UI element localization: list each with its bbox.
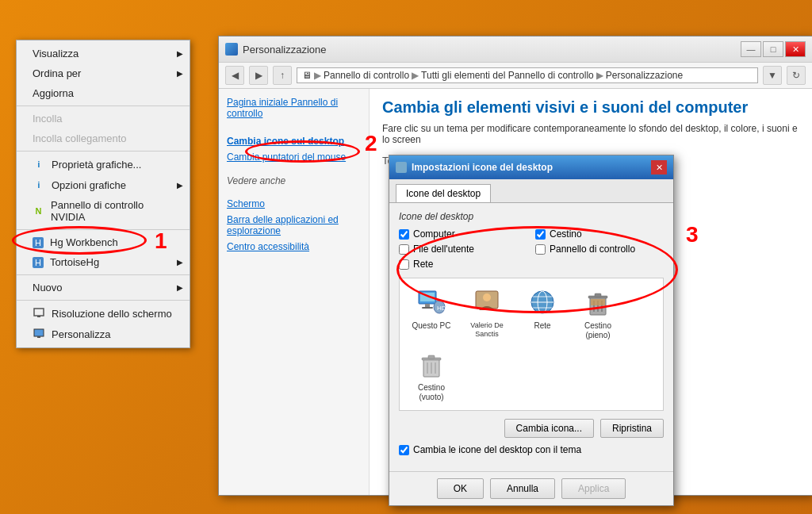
menu-label: Personalizza — [52, 328, 110, 340]
dialog-close-button[interactable]: ✕ — [651, 160, 667, 175]
icon-valerio[interactable]: Valerio De Sanctis — [463, 286, 511, 340]
theme-change-label: Cambia le icone del desktop con il tema — [413, 444, 581, 455]
svg-rect-7 — [422, 307, 433, 309]
centro-link[interactable]: Centro accessibilità — [227, 241, 361, 252]
cambia-icone-link[interactable]: Cambia icone sul desktop — [227, 136, 361, 147]
svg-rect-5 — [420, 293, 435, 301]
cestino-checkbox[interactable] — [535, 229, 546, 240]
refresh-button[interactable]: ↻ — [787, 66, 806, 85]
menu-item-nvidia[interactable]: N Pannello di controllo NVIDIA — [17, 195, 190, 227]
menu-item-tortoisehg[interactable]: H TortoiseHg ▶ — [17, 252, 190, 272]
cestino-pieno-graphic — [582, 286, 614, 318]
address-path[interactable]: 🖥 ▶ Pannello di controllo ▶ Tutti gli el… — [297, 67, 758, 83]
cambia-puntatori-link[interactable]: Cambia puntatori del mouse — [227, 152, 361, 163]
menu-label: Opzioni grafiche — [52, 179, 126, 191]
rete-label: Rete — [413, 259, 433, 270]
menu-label: Incolla collegamento — [33, 132, 127, 144]
title-left: Personalizzazione — [225, 43, 327, 56]
menu-separator — [17, 229, 190, 230]
minimize-button[interactable]: — — [741, 41, 761, 57]
ok-button[interactable]: OK — [437, 478, 484, 499]
menu-label: Pannello di controllo NVIDIA — [51, 199, 174, 223]
pannello-checkbox[interactable] — [535, 244, 546, 255]
icon-rete[interactable]: Rete — [519, 286, 566, 340]
main-description: Fare clic su un tema per modificare cont… — [382, 123, 799, 145]
window-titlebar: Personalizzazione — □ ✕ — [219, 36, 812, 63]
menu-label: Incolla — [33, 113, 63, 125]
rete-checkbox[interactable] — [399, 259, 409, 270]
section-label: Icone del desktop — [399, 211, 664, 222]
dialog-tabs: Icone del desktop — [389, 179, 673, 203]
context-menu: Visualizza ▶ Ordina per ▶ Aggiorna Incol… — [16, 40, 190, 348]
svg-rect-0 — [34, 309, 44, 316]
back-button[interactable]: ◀ — [225, 66, 244, 85]
dialog-footer-buttons: OK Annulla Applica — [389, 471, 673, 505]
desktop: Visualizza ▶ Ordina per ▶ Aggiorna Incol… — [0, 0, 812, 514]
computer-checkbox[interactable] — [399, 229, 409, 240]
menu-item-incolla-collegamento: Incolla collegamento — [17, 128, 190, 148]
personalize-icon — [33, 328, 45, 340]
menu-label: Aggiorna — [33, 87, 74, 99]
screen-icon — [33, 307, 45, 320]
path-part-1: Pannello di controllo — [324, 70, 409, 81]
icon-questo-pc[interactable]: HD Questo PC — [408, 286, 455, 340]
maximize-button[interactable]: □ — [763, 41, 783, 57]
schermo-link[interactable]: Schermo — [227, 198, 361, 209]
valerio-graphic — [471, 286, 503, 318]
menu-label: Ordina per — [33, 67, 81, 79]
menu-item-visualizza[interactable]: Visualizza ▶ — [17, 44, 190, 63]
computer-label: Computer — [413, 228, 455, 240]
menu-item-ordina[interactable]: Ordina per ▶ — [17, 63, 190, 83]
cambia-icona-button[interactable]: Cambia icona... — [504, 419, 594, 438]
checkbox-pannello: Pannello di controllo — [535, 244, 664, 255]
menu-separator — [17, 151, 190, 152]
up-button[interactable]: ↑ — [273, 66, 292, 85]
cestino-pieno-label: Cestino (pieno) — [574, 321, 622, 340]
path-separator: ▶ — [314, 70, 321, 81]
main-heading: Cambia gli elementi visivi e i suoni del… — [382, 98, 799, 117]
menu-item-hg-workbench[interactable]: H Hg Workbench — [17, 232, 190, 252]
cestino-label: Cestino — [550, 228, 582, 240]
menu-item-nuovo[interactable]: Nuovo ▶ — [17, 278, 190, 297]
menu-label: Nuovo — [33, 282, 63, 293]
valerio-label: Valerio De Sanctis — [470, 321, 503, 339]
vedere-anche-label: Vedere anche — [227, 175, 361, 186]
icon-cestino-pieno[interactable]: Cestino (pieno) — [574, 286, 622, 340]
address-bar: ◀ ▶ ↑ 🖥 ▶ Pannello di controllo ▶ Tutti … — [219, 63, 812, 89]
menu-item-opzioni-grafiche[interactable]: i Opzioni grafiche ▶ — [17, 175, 190, 195]
icon-cestino-vuoto[interactable]: Cestino (vuoto) — [408, 348, 455, 402]
dialog-title-left: Impostazioni icone del desktop — [396, 162, 553, 173]
svg-rect-2 — [34, 329, 44, 336]
pannello-label: Pannello di controllo — [550, 244, 635, 255]
menu-item-incolla: Incolla — [17, 109, 190, 128]
menu-item-aggiorna[interactable]: Aggiorna — [17, 83, 190, 103]
theme-change-checkbox[interactable] — [399, 445, 409, 455]
tortoise-icon: H — [33, 257, 44, 268]
ripristina-button[interactable]: Ripristina — [600, 419, 664, 438]
dropdown-button[interactable]: ▼ — [763, 66, 782, 85]
checkbox-grid: Computer Cestino File dell'utente Pannel… — [399, 228, 664, 270]
applica-button[interactable]: Applica — [561, 478, 626, 499]
menu-item-risoluzione[interactable]: Risoluzione dello schermo — [17, 303, 190, 324]
close-button[interactable]: ✕ — [785, 41, 806, 57]
path-part: 🖥 — [302, 70, 312, 81]
icons-preview-area: HD Questo PC Valerio De Sanctis — [399, 278, 664, 411]
arrow-icon: ▶ — [177, 181, 183, 190]
menu-label: TortoiseHg — [50, 256, 99, 268]
intel-icon: i — [33, 178, 45, 191]
desktop-icons-dialog: Impostazioni icone del desktop ✕ Icone d… — [389, 155, 674, 506]
annulla-button[interactable]: Annulla — [490, 478, 555, 499]
menu-item-proprieta-grafiche[interactable]: i Proprietà grafiche... — [17, 154, 190, 175]
menu-label: Proprietà grafiche... — [52, 159, 141, 171]
file-utente-checkbox[interactable] — [399, 244, 409, 255]
tab-icone-desktop[interactable]: Icone del desktop — [396, 184, 491, 202]
arrow-icon: ▶ — [177, 283, 183, 292]
menu-item-personalizza[interactable]: Personalizza — [17, 324, 190, 344]
rete-graphic — [527, 286, 558, 318]
arrow-icon: ▶ — [177, 258, 183, 267]
forward-button[interactable]: ▶ — [249, 66, 268, 85]
path-part-3: Personalizzazione — [606, 70, 683, 81]
svg-rect-1 — [37, 316, 40, 317]
pagina-iniziale-link[interactable]: Pagina iniziale Pannello di controllo — [227, 97, 361, 119]
barra-link[interactable]: Barra delle applicazioni ed esplorazione — [227, 214, 361, 236]
